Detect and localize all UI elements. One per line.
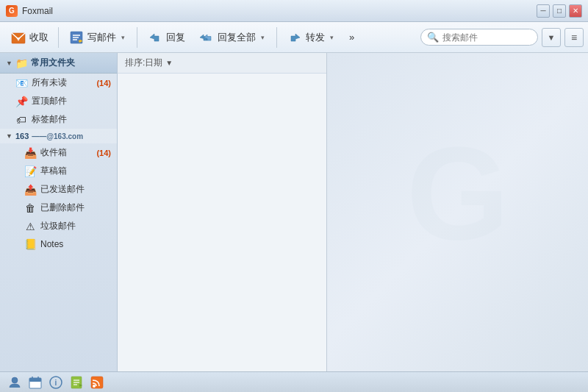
app-title: Foxmail <box>22 6 53 16</box>
reply-all-icon <box>198 29 215 46</box>
email-list-panel: 排序:日期 ▼ <box>118 53 327 371</box>
inbox-icon: 📥 <box>24 147 37 159</box>
reply-button-group[interactable]: 回复 <box>141 26 191 49</box>
drafts-label: 草稿箱 <box>40 165 111 177</box>
account-email: ——@163.com <box>32 132 83 140</box>
main-content: ▼ 📁 常用文件夹 📧 所有未读 (14) 📌 置顶邮件 🏷 标签邮件 ▼ 16… <box>0 53 588 371</box>
notes-icon: 📒 <box>24 238 37 250</box>
svg-point-21 <box>93 385 96 388</box>
starred-icon: 📌 <box>15 96 28 107</box>
svg-point-8 <box>12 377 18 383</box>
search-input[interactable] <box>442 32 531 43</box>
sort-label: 排序:日期 <box>125 57 162 69</box>
sent-icon: 📤 <box>24 184 37 196</box>
deleted-label: 已删除邮件 <box>40 202 111 214</box>
account-folders-list: 📥 收件箱 (14) 📝 草稿箱 📤 已发送邮件 🗑 已删除邮件 ⚠ 垃圾邮件 <box>0 143 117 253</box>
app-icon: G <box>6 5 18 17</box>
reply-label: 回复 <box>166 31 185 44</box>
foxmail-watermark: G <box>384 129 531 296</box>
sidebar-item-notes[interactable]: 📒 Notes <box>0 235 117 253</box>
more-button[interactable]: » <box>343 29 360 46</box>
sidebar: ▼ 📁 常用文件夹 📧 所有未读 (14) 📌 置顶邮件 🏷 标签邮件 ▼ 16… <box>0 53 118 371</box>
sidebar-item-tagged[interactable]: 🏷 标签邮件 <box>0 110 117 129</box>
inbox-label: 收件箱 <box>40 146 93 159</box>
reply-all-label: 回复全部 <box>218 31 256 44</box>
search-icon: 🔍 <box>427 32 439 43</box>
divider-1 <box>58 27 59 48</box>
sort-dropdown-icon: ▼ <box>548 33 556 42</box>
junk-label: 垃圾邮件 <box>40 220 111 232</box>
sidebar-item-starred[interactable]: 📌 置顶邮件 <box>0 92 117 110</box>
status-bar: i <box>0 371 588 392</box>
unread-label: 所有未读 <box>32 76 93 89</box>
sidebar-item-junk[interactable]: ⚠ 垃圾邮件 <box>0 217 117 235</box>
status-contacts-button[interactable] <box>6 374 24 391</box>
svg-text:i: i <box>55 379 57 387</box>
write-button-group[interactable]: 写邮件 ▾ <box>62 26 133 49</box>
tagged-icon: 🏷 <box>15 114 28 126</box>
write-dropdown-arrow[interactable]: ▾ <box>119 31 127 44</box>
account-section[interactable]: ▼ 163 ——@163.com <box>0 129 117 143</box>
svg-text:G: G <box>406 129 509 267</box>
receive-button[interactable]: 收取 <box>4 26 54 49</box>
reply-all-dropdown-arrow[interactable]: ▾ <box>259 31 267 44</box>
status-rss-button[interactable] <box>88 374 106 391</box>
sidebar-item-drafts[interactable]: 📝 草稿箱 <box>0 162 117 180</box>
write-label: 写邮件 <box>87 31 116 44</box>
inbox-badge: (14) <box>96 149 111 157</box>
unread-badge: (14) <box>96 79 111 88</box>
minimize-button[interactable]: ─ <box>537 4 550 18</box>
forward-button-group[interactable]: 转发 ▾ <box>281 26 342 49</box>
search-box: 🔍 <box>420 29 538 46</box>
forward-dropdown-arrow[interactable]: ▾ <box>328 31 336 44</box>
common-folders-label: 常用文件夹 <box>31 57 75 69</box>
status-notes-button[interactable] <box>68 374 85 391</box>
receive-icon <box>10 29 26 46</box>
status-info-button[interactable]: i <box>47 374 65 391</box>
forward-icon <box>287 29 303 46</box>
common-folders-list: 📧 所有未读 (14) 📌 置顶邮件 🏷 标签邮件 <box>0 74 117 129</box>
title-bar-left: G Foxmail <box>6 5 53 17</box>
account-label: 163 <box>15 132 29 140</box>
deleted-icon: 🗑 <box>24 202 37 214</box>
tagged-label: 标签邮件 <box>32 113 111 126</box>
preview-panel: G <box>327 53 588 371</box>
email-list-header: 排序:日期 ▼ <box>118 53 326 74</box>
common-folders-header[interactable]: ▼ 📁 常用文件夹 <box>0 53 117 74</box>
more-label: » <box>349 32 354 43</box>
expand-arrow: ▼ <box>6 60 12 67</box>
reply-icon <box>147 29 163 46</box>
sidebar-item-deleted[interactable]: 🗑 已删除邮件 <box>0 199 117 217</box>
account-expand-arrow: ▼ <box>6 132 12 140</box>
close-button[interactable]: ✕ <box>569 4 582 18</box>
reply-all-button-group[interactable]: 回复全部 ▾ <box>193 26 273 49</box>
sidebar-item-unread[interactable]: 📧 所有未读 (14) <box>0 74 117 92</box>
title-bar: G Foxmail ─ □ ✕ <box>0 0 588 22</box>
sort-dropdown-button[interactable]: ▼ <box>542 28 561 47</box>
drafts-icon: 📝 <box>24 165 37 177</box>
receive-label: 收取 <box>29 31 49 44</box>
write-icon <box>68 29 85 46</box>
maximize-button[interactable]: □ <box>553 4 566 18</box>
email-list-content <box>118 74 326 371</box>
layout-button[interactable]: ≡ <box>564 28 584 47</box>
divider-2 <box>137 27 137 48</box>
svg-rect-10 <box>29 378 41 382</box>
unread-icon: 📧 <box>15 77 28 89</box>
forward-label: 转发 <box>306 31 325 44</box>
notes-label: Notes <box>40 239 111 249</box>
toolbar: 收取 写邮件 ▾ 回复 <box>0 22 588 53</box>
folder-icon: 📁 <box>15 57 28 69</box>
sidebar-item-sent[interactable]: 📤 已发送邮件 <box>0 180 117 199</box>
divider-3 <box>276 27 277 48</box>
layout-icon: ≡ <box>571 32 577 43</box>
sidebar-item-inbox[interactable]: 📥 收件箱 (14) <box>0 143 117 162</box>
sent-label: 已发送邮件 <box>40 183 111 196</box>
status-calendar-button[interactable] <box>26 374 44 391</box>
sort-arrow[interactable]: ▼ <box>165 59 173 67</box>
junk-icon: ⚠ <box>24 221 37 232</box>
starred-label: 置顶邮件 <box>32 95 111 107</box>
window-controls: ─ □ ✕ <box>537 4 582 18</box>
